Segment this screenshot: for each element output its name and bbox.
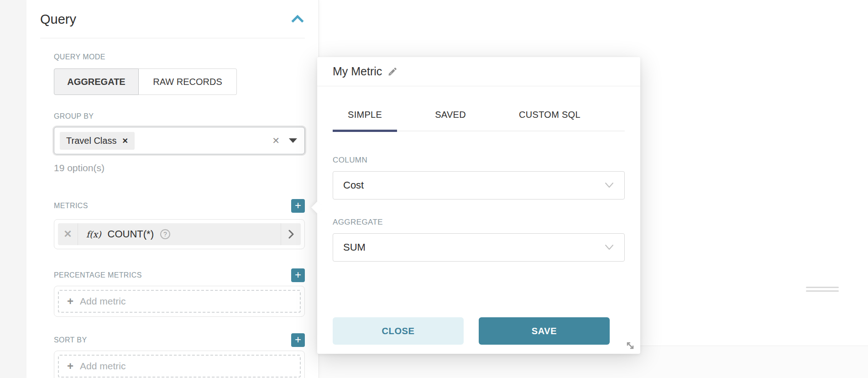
popover-header: My Metric bbox=[317, 57, 640, 86]
horizontal-resize-handle[interactable] bbox=[806, 287, 839, 294]
tab-custom-sql[interactable]: CUSTOM SQL bbox=[504, 97, 596, 132]
query-mode-segmented-control: AGGREGATE RAW RECORDS bbox=[54, 68, 305, 95]
add-metric-placeholder: Add metric bbox=[80, 296, 125, 307]
group-by-select[interactable]: Travel Class ✕ ✕ bbox=[54, 127, 305, 154]
sort-by-label: SORT BY bbox=[54, 336, 87, 344]
query-mode-label: QUERY MODE bbox=[54, 53, 305, 61]
query-control-panel: Query QUERY MODE AGGREGATE RAW RECORDS bbox=[26, 0, 319, 378]
help-icon: ? bbox=[160, 229, 170, 239]
aggregate-label: AGGREGATE bbox=[333, 218, 625, 227]
query-mode-aggregate-button[interactable]: AGGREGATE bbox=[54, 68, 139, 95]
sort-by-add-dropzone[interactable]: + Add metric bbox=[58, 355, 301, 378]
sort-by-container: + Add metric bbox=[54, 351, 305, 378]
metrics-label: METRICS bbox=[54, 202, 88, 210]
chevron-down-icon bbox=[604, 182, 614, 189]
group-by-options-hint: 19 option(s) bbox=[54, 163, 305, 173]
popover-resize-grip[interactable] bbox=[624, 339, 637, 352]
column-select-value: Cost bbox=[343, 179, 364, 191]
plus-icon: + bbox=[67, 361, 73, 372]
group-by-label: GROUP BY bbox=[54, 112, 305, 121]
plus-icon: + bbox=[67, 296, 73, 307]
caret-down-icon[interactable] bbox=[289, 138, 297, 143]
query-mode-raw-records-button[interactable]: RAW RECORDS bbox=[139, 68, 237, 95]
column-label: COLUMN bbox=[333, 156, 625, 165]
percentage-metric-add-dropzone[interactable]: + Add metric bbox=[58, 290, 301, 313]
column-select[interactable]: Cost bbox=[333, 171, 625, 200]
resize-handle-bar bbox=[806, 287, 839, 288]
metric-remove-icon[interactable]: ✕ bbox=[58, 223, 78, 245]
metric-editor-popover: My Metric SIMPLE SAVED CUSTOM SQL COLUMN… bbox=[317, 57, 640, 354]
add-metric-plus-button[interactable]: + bbox=[291, 199, 305, 213]
collapsed-side-rail bbox=[0, 0, 26, 378]
diagonal-resize-icon bbox=[624, 339, 637, 352]
clear-all-icon[interactable]: ✕ bbox=[272, 135, 280, 146]
query-section-title: Query bbox=[40, 12, 76, 27]
aggregate-select[interactable]: SUM bbox=[333, 233, 625, 262]
pencil-icon bbox=[387, 67, 397, 77]
metric-editor-tabs: SIMPLE SAVED CUSTOM SQL bbox=[333, 97, 625, 132]
chip-remove-icon[interactable]: ✕ bbox=[122, 136, 128, 145]
metric-title: My Metric bbox=[333, 65, 382, 78]
metric-expand-chevron[interactable] bbox=[281, 223, 301, 245]
percentage-metric-container: + Add metric bbox=[54, 286, 305, 317]
tab-simple[interactable]: SIMPLE bbox=[333, 97, 397, 132]
chevron-down-icon bbox=[604, 244, 614, 251]
group-by-chip[interactable]: Travel Class ✕ bbox=[60, 132, 135, 150]
chevron-right-icon bbox=[288, 229, 295, 239]
query-section-header: Query bbox=[40, 0, 305, 38]
group-by-chip-label: Travel Class bbox=[66, 136, 116, 146]
close-button[interactable]: CLOSE bbox=[333, 317, 464, 345]
metric-pill-body[interactable]: f(x) COUNT(*) ? bbox=[78, 223, 281, 245]
save-button[interactable]: SAVE bbox=[479, 317, 610, 345]
add-sort-metric-plus-button[interactable]: + bbox=[291, 333, 305, 347]
metric-pill[interactable]: ✕ f(x) COUNT(*) ? bbox=[58, 223, 301, 245]
metric-container: ✕ f(x) COUNT(*) ? bbox=[54, 219, 305, 249]
percentage-metrics-label: PERCENTAGE METRICS bbox=[54, 271, 142, 279]
metric-name: COUNT(*) bbox=[108, 228, 154, 240]
add-percentage-metric-plus-button[interactable]: + bbox=[291, 268, 305, 282]
collapse-section-button[interactable] bbox=[291, 15, 304, 25]
aggregate-select-value: SUM bbox=[343, 242, 366, 253]
popover-footer: CLOSE SAVE bbox=[333, 317, 625, 345]
chevron-up-icon bbox=[291, 15, 304, 25]
edit-title-button[interactable] bbox=[387, 67, 397, 77]
function-icon: f(x) bbox=[86, 229, 101, 239]
tab-saved[interactable]: SAVED bbox=[420, 97, 481, 132]
add-metric-placeholder: Add metric bbox=[80, 361, 125, 372]
resize-handle-bar bbox=[806, 290, 839, 292]
